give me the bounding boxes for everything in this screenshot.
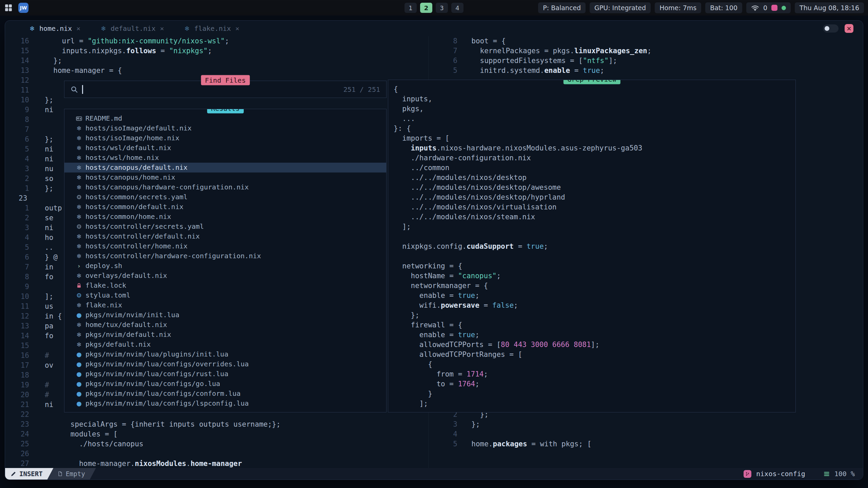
finder-result-row[interactable]: ⚙stylua.toml xyxy=(64,290,386,300)
ping-module[interactable]: Home: 7ms xyxy=(655,2,701,13)
code-line: 5 home.packages = with pkgs; [ xyxy=(426,439,863,449)
finder-result-row[interactable]: ❄home/tux/default.nix xyxy=(64,320,386,330)
nix-icon: ❄ xyxy=(74,153,84,163)
notification-count[interactable]: 0 xyxy=(763,4,767,12)
finder-result-label: hosts/controller/default.nix xyxy=(85,231,200,241)
battery-module[interactable]: Bat: 100 xyxy=(705,2,742,13)
code-line: allowedTCPPorts = [80 443 3000 6666 8081… xyxy=(394,340,795,350)
code-line: ../../modules/nixos/desktop/hyprland xyxy=(394,192,795,202)
gpu-module[interactable]: GPU: Integrated xyxy=(590,2,651,13)
nix-icon: ❄ xyxy=(74,163,84,172)
finder-result-row[interactable]: ❄hosts/common/default.nix xyxy=(64,202,386,212)
code-line: 16 url = "github:nix-community/nixos-wsl… xyxy=(5,36,426,46)
repo-icon xyxy=(744,470,751,478)
code-line: nixpkgs.config.cudaSupport = true; xyxy=(394,242,795,251)
finder-result-row[interactable]: ❄hosts/canopus/default.nix xyxy=(64,163,386,172)
finder-search-input[interactable]: Find Files 251 / 251 xyxy=(64,81,387,98)
code-line: enable = true; xyxy=(394,330,795,340)
app-launcher-icon[interactable] xyxy=(4,3,13,12)
mode-indicator: INSERT xyxy=(5,468,54,480)
tab-close-icon[interactable]: × xyxy=(160,24,164,33)
finder-result-label: pkgs/default.nix xyxy=(85,340,151,349)
scroll-progress: 100 % xyxy=(834,470,855,478)
tab-home-nix[interactable]: ❄ home.nix × xyxy=(29,24,80,33)
finder-result-row[interactable]: ❄hosts/controller/home.nix xyxy=(64,241,386,251)
file-status-label: Empty xyxy=(66,470,85,477)
scroll-progress-icon xyxy=(824,471,830,476)
code-line: 7 kernelPackages = pkgs.linuxPackages_ze… xyxy=(426,46,863,56)
finder-result-label: flake.nix xyxy=(85,300,122,310)
code-line: enable = true; xyxy=(394,291,795,301)
finder-result-label: hosts/wsl/default.nix xyxy=(85,143,171,153)
finder-result-row[interactable]: ●pkgs/nvim/nvim/lua/configs/go.lua xyxy=(64,379,386,389)
finder-result-row[interactable]: README.md xyxy=(64,114,386,123)
finder-result-row[interactable]: ❄pkgs/default.nix xyxy=(64,340,386,349)
tab-default-nix[interactable]: ❄ default.nix × xyxy=(101,24,164,33)
finder-result-row[interactable]: ❄hosts/canopus/hardware-configuration.ni… xyxy=(64,182,386,192)
code-line: }; xyxy=(394,310,795,320)
code-line: { xyxy=(394,84,795,94)
finder-result-row[interactable]: ●pkgs/nvim/nvim/lua/configs/lspconfig.lu… xyxy=(64,399,386,408)
finder-result-row[interactable]: ❄overlays/default.nix xyxy=(64,271,386,281)
finder-result-row[interactable]: ●pkgs/nvim/nvim/lua/configs/conform.lua xyxy=(64,389,386,399)
code-line: from = 1714; xyxy=(394,369,795,379)
finder-result-row[interactable]: ●pkgs/nvim/nvim/lua/plugins/init.lua xyxy=(64,349,386,359)
finder-result-row[interactable]: ❄flake.nix xyxy=(64,300,386,310)
code-line: 8 boot = { xyxy=(426,36,863,46)
finder-result-label: hosts/canopus/default.nix xyxy=(85,163,188,172)
code-line: 3 }; xyxy=(426,420,863,429)
finder-result-row[interactable]: ❄pkgs/nvim/default.nix xyxy=(64,330,386,340)
code-line: 13 home-manager = { xyxy=(5,66,426,76)
code-line: inputs.nixos-hardware.nixosModules.asus-… xyxy=(394,143,795,153)
finder-result-row[interactable]: ⚙hosts/common/secrets.yaml xyxy=(64,192,386,202)
code-line: ./hardware-configuration.nix xyxy=(394,153,795,163)
finder-result-label: stylua.toml xyxy=(85,290,130,300)
workspace-3[interactable]: 3 xyxy=(436,3,448,13)
workspaces: 1 2 3 4 xyxy=(405,3,463,13)
finder-result-row[interactable]: flake.lock xyxy=(64,281,386,290)
finder-result-row[interactable]: ❄hosts/controller/hardware-configuration… xyxy=(64,251,386,261)
finder-result-row[interactable]: ●pkgs/nvim/nvim/init.lua xyxy=(64,310,386,320)
window-close-button[interactable]: × xyxy=(845,24,853,33)
code-line: pkgs, xyxy=(394,104,795,114)
tab-close-icon[interactable]: × xyxy=(76,24,80,33)
finder-result-row[interactable]: ❄hosts/isoImage/home.nix xyxy=(64,133,386,143)
app-badge[interactable]: JW xyxy=(18,3,28,13)
code-line: 4 xyxy=(426,429,863,439)
finder-result-label: pkgs/nvim/nvim/lua/configs/go.lua xyxy=(85,379,220,389)
finder-result-row[interactable]: ❄hosts/wsl/home.nix xyxy=(64,153,386,163)
power-profile-module[interactable]: P: Balanced xyxy=(538,2,586,13)
desktop: JW 1 2 3 4 P: Balanced GPU: Integrated H… xyxy=(0,0,868,488)
finder-result-row[interactable]: ❄hosts/common/home.nix xyxy=(64,212,386,222)
tab-flake-nix[interactable]: ❄ flake.nix × xyxy=(184,24,239,33)
finder-result-label: pkgs/nvim/nvim/lua/configs/lspconfig.lua xyxy=(85,399,249,408)
tab-label: home.nix xyxy=(39,24,72,33)
wifi-icon[interactable] xyxy=(751,5,759,11)
finder-result-label: hosts/common/default.nix xyxy=(85,202,183,212)
finder-result-row[interactable]: ❄hosts/controller/default.nix xyxy=(64,231,386,241)
search-icon xyxy=(71,86,78,93)
recorder-indicator-icon[interactable] xyxy=(771,5,777,11)
finder-result-row[interactable]: ›deploy.sh xyxy=(64,261,386,271)
clock[interactable]: Thu Aug 08, 18:16 xyxy=(795,2,864,13)
status-indicator-icon[interactable] xyxy=(782,6,786,10)
finder-result-row[interactable]: ❄hosts/isoImage/default.nix xyxy=(64,123,386,133)
finder-title-badge: Find Files xyxy=(201,75,250,85)
finder-result-row[interactable]: ❄hosts/wsl/default.nix xyxy=(64,143,386,153)
finder-result-label: flake.lock xyxy=(85,281,126,290)
finder-result-row[interactable]: ⚙hosts/controller/secrets.yaml xyxy=(64,222,386,231)
nix-icon: ❄ xyxy=(74,143,84,153)
finder-result-row[interactable]: ●pkgs/nvim/nvim/lua/configs/rust.lua xyxy=(64,369,386,379)
finder-result-row[interactable]: ❄hosts/canopus/home.nix xyxy=(64,172,386,182)
lua-icon: ● xyxy=(74,369,84,379)
nix-icon: ❄ xyxy=(74,133,84,143)
finder-result-label: hosts/controller/home.nix xyxy=(85,241,188,251)
finder-result-row[interactable]: ●pkgs/nvim/nvim/lua/configs/overrides.lu… xyxy=(64,359,386,369)
workspace-2[interactable]: 2 xyxy=(420,3,432,13)
workspace-4[interactable]: 4 xyxy=(451,3,463,13)
workspace-1[interactable]: 1 xyxy=(405,3,417,13)
window-toggle[interactable] xyxy=(823,24,839,33)
tab-close-icon[interactable]: × xyxy=(235,24,239,33)
finder-result-label: overlays/default.nix xyxy=(85,271,167,281)
preview-title-badge: Grep Preview xyxy=(563,80,620,84)
